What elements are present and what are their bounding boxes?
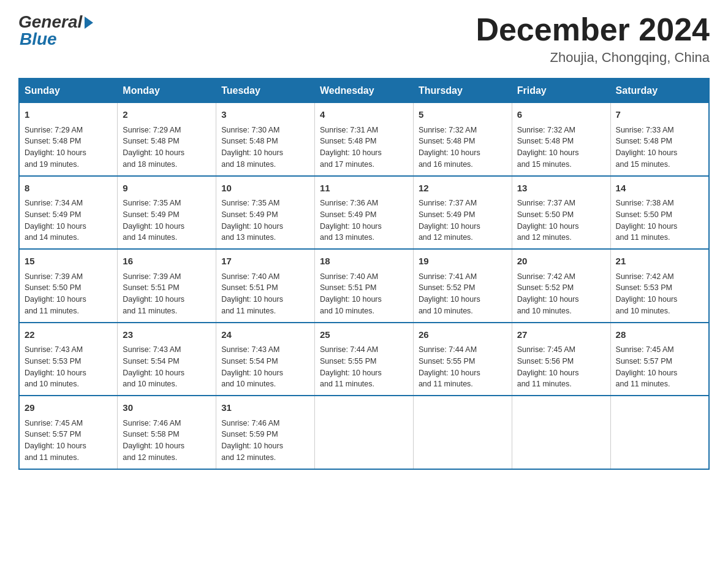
daylight-label: Daylight: 10 hours [419, 295, 480, 304]
daylight-label: Daylight: 10 hours [123, 442, 184, 450]
daylight-minutes: and 13 minutes. [221, 233, 276, 242]
calendar-day-cell: 24 Sunrise: 7:43 AM Sunset: 5:54 PM Dayl… [216, 323, 315, 396]
sunrise-label: Sunrise: 7:39 AM [123, 272, 181, 281]
logo: General Blue [18, 12, 93, 49]
daylight-minutes: and 11 minutes. [419, 380, 473, 388]
calendar-week-row: 22 Sunrise: 7:43 AM Sunset: 5:53 PM Dayl… [19, 323, 709, 396]
sunset-label: Sunset: 5:50 PM [25, 283, 81, 292]
sunset-label: Sunset: 5:57 PM [616, 357, 672, 366]
calendar-day-cell: 5 Sunrise: 7:32 AM Sunset: 5:48 PM Dayli… [413, 103, 512, 176]
sunset-label: Sunset: 5:48 PM [616, 137, 672, 145]
calendar-day-cell: 10 Sunrise: 7:35 AM Sunset: 5:49 PM Dayl… [216, 176, 315, 250]
daylight-minutes: and 12 minutes. [419, 233, 473, 242]
day-number: 21 [616, 255, 703, 269]
day-number: 17 [221, 255, 309, 269]
sunset-label: Sunset: 5:54 PM [221, 357, 278, 366]
daylight-minutes: and 11 minutes. [616, 380, 670, 388]
calendar-day-cell: 17 Sunrise: 7:40 AM Sunset: 5:51 PM Dayl… [216, 249, 315, 323]
day-number: 23 [123, 328, 211, 342]
daylight-minutes: and 15 minutes. [517, 160, 572, 169]
calendar-day-cell: 13 Sunrise: 7:37 AM Sunset: 5:50 PM Dayl… [512, 176, 610, 250]
day-number: 25 [320, 328, 408, 342]
sunrise-label: Sunrise: 7:33 AM [616, 126, 674, 134]
calendar-week-row: 29 Sunrise: 7:45 AM Sunset: 5:57 PM Dayl… [19, 396, 709, 469]
sunset-label: Sunset: 5:58 PM [123, 430, 179, 439]
sunset-label: Sunset: 5:59 PM [221, 430, 278, 439]
calendar-day-cell: 9 Sunrise: 7:35 AM Sunset: 5:49 PM Dayli… [118, 176, 216, 250]
calendar-day-cell: 30 Sunrise: 7:46 AM Sunset: 5:58 PM Dayl… [118, 396, 216, 469]
sunrise-label: Sunrise: 7:36 AM [320, 199, 378, 207]
daylight-label: Daylight: 10 hours [320, 369, 382, 377]
daylight-label: Daylight: 10 hours [221, 148, 283, 157]
sunset-label: Sunset: 5:51 PM [221, 283, 278, 292]
daylight-label: Daylight: 10 hours [419, 222, 480, 231]
daylight-minutes: and 12 minutes. [517, 233, 572, 242]
calendar-day-cell: 18 Sunrise: 7:40 AM Sunset: 5:51 PM Dayl… [315, 249, 414, 323]
daylight-minutes: and 14 minutes. [123, 233, 177, 242]
daylight-label: Daylight: 10 hours [320, 222, 382, 231]
daylight-label: Daylight: 10 hours [616, 369, 678, 377]
day-number: 28 [616, 328, 703, 342]
sunrise-label: Sunrise: 7:45 AM [517, 345, 575, 354]
daylight-label: Daylight: 10 hours [123, 222, 184, 231]
calendar-week-row: 1 Sunrise: 7:29 AM Sunset: 5:48 PM Dayli… [19, 103, 709, 176]
sunrise-label: Sunrise: 7:40 AM [221, 272, 279, 281]
sunset-label: Sunset: 5:55 PM [419, 357, 475, 366]
calendar-day-header: Wednesday [315, 79, 414, 103]
calendar-day-cell: 1 Sunrise: 7:29 AM Sunset: 5:48 PM Dayli… [19, 103, 118, 176]
calendar-day-cell: 4 Sunrise: 7:31 AM Sunset: 5:48 PM Dayli… [315, 103, 414, 176]
day-number: 10 [221, 182, 309, 196]
daylight-minutes: and 11 minutes. [25, 307, 79, 315]
day-number: 3 [221, 108, 309, 122]
calendar-day-cell: 31 Sunrise: 7:46 AM Sunset: 5:59 PM Dayl… [216, 396, 315, 469]
sunset-label: Sunset: 5:48 PM [221, 137, 278, 145]
sunrise-label: Sunrise: 7:35 AM [221, 199, 279, 207]
day-number: 31 [221, 401, 309, 415]
day-number: 5 [419, 108, 507, 122]
calendar-day-cell: 29 Sunrise: 7:45 AM Sunset: 5:57 PM Dayl… [19, 396, 118, 469]
day-number: 11 [320, 182, 408, 196]
daylight-minutes: and 10 minutes. [221, 380, 276, 388]
sunset-label: Sunset: 5:56 PM [517, 357, 574, 366]
sunrise-label: Sunrise: 7:32 AM [517, 126, 575, 134]
daylight-label: Daylight: 10 hours [123, 369, 184, 377]
sunrise-label: Sunrise: 7:46 AM [123, 419, 181, 427]
daylight-minutes: and 16 minutes. [419, 160, 473, 169]
daylight-minutes: and 12 minutes. [123, 453, 177, 462]
day-number: 4 [320, 108, 408, 122]
sunset-label: Sunset: 5:54 PM [123, 357, 179, 366]
day-number: 27 [517, 328, 605, 342]
sunset-label: Sunset: 5:48 PM [419, 137, 475, 145]
calendar-week-row: 8 Sunrise: 7:34 AM Sunset: 5:49 PM Dayli… [19, 176, 709, 250]
daylight-label: Daylight: 10 hours [517, 295, 579, 304]
title-area: December 2024 Zhoujia, Chongqing, China [476, 12, 710, 66]
daylight-label: Daylight: 10 hours [419, 148, 480, 157]
sunrise-label: Sunrise: 7:41 AM [419, 272, 477, 281]
daylight-minutes: and 18 minutes. [123, 160, 177, 169]
calendar-day-cell: 6 Sunrise: 7:32 AM Sunset: 5:48 PM Dayli… [512, 103, 610, 176]
day-number: 19 [419, 255, 507, 269]
daylight-minutes: and 13 minutes. [320, 233, 374, 242]
daylight-label: Daylight: 10 hours [320, 295, 382, 304]
location-text: Zhoujia, Chongqing, China [476, 50, 710, 66]
day-number: 7 [616, 108, 703, 122]
daylight-minutes: and 10 minutes. [517, 307, 572, 315]
sunset-label: Sunset: 5:48 PM [123, 137, 179, 145]
daylight-label: Daylight: 10 hours [25, 369, 86, 377]
daylight-minutes: and 10 minutes. [25, 380, 79, 388]
daylight-minutes: and 10 minutes. [123, 380, 177, 388]
calendar-day-cell: 25 Sunrise: 7:44 AM Sunset: 5:55 PM Dayl… [315, 323, 414, 396]
calendar-day-cell: 11 Sunrise: 7:36 AM Sunset: 5:49 PM Dayl… [315, 176, 414, 250]
calendar-day-cell: 12 Sunrise: 7:37 AM Sunset: 5:49 PM Dayl… [413, 176, 512, 250]
daylight-minutes: and 18 minutes. [221, 160, 276, 169]
sunrise-label: Sunrise: 7:37 AM [419, 199, 477, 207]
daylight-label: Daylight: 10 hours [25, 222, 86, 231]
daylight-label: Daylight: 10 hours [25, 148, 86, 157]
daylight-label: Daylight: 10 hours [221, 442, 283, 450]
daylight-minutes: and 11 minutes. [517, 380, 572, 388]
daylight-minutes: and 15 minutes. [616, 160, 670, 169]
sunrise-label: Sunrise: 7:32 AM [419, 126, 477, 134]
day-number: 29 [25, 401, 112, 415]
calendar-day-cell: 7 Sunrise: 7:33 AM Sunset: 5:48 PM Dayli… [610, 103, 709, 176]
sunrise-label: Sunrise: 7:43 AM [221, 345, 279, 354]
